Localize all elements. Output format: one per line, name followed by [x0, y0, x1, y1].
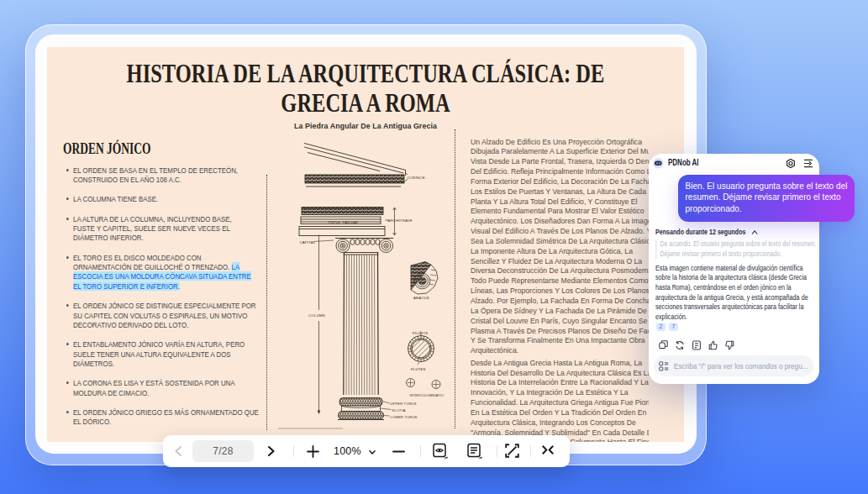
svg-text:INTERCOLUMNIATIO: INTERCOLUMNIATIO: [410, 394, 445, 397]
svg-text:UPPER TORUS: UPPER TORUS: [391, 402, 417, 406]
svg-text:SCOTIA: SCOTIA: [392, 408, 406, 413]
svg-text:COLUMN: COLUMN: [308, 313, 325, 318]
svg-text:CORNICE: CORNICE: [408, 176, 425, 180]
svg-text:FLUTES: FLUTES: [411, 367, 426, 371]
svg-text:TRIPLE FASCIAE: TRIPLE FASCIAE: [328, 220, 358, 224]
svg-text:ABACUS: ABACUS: [413, 296, 429, 300]
svg-text:LOWER TORUS: LOWER TORUS: [391, 415, 418, 419]
svg-text:FILLETS: FILLETS: [413, 331, 428, 335]
svg-text:ARCHITRAVE: ARCHITRAVE: [388, 218, 413, 223]
svg-text:CAPITAL: CAPITAL: [300, 240, 316, 244]
